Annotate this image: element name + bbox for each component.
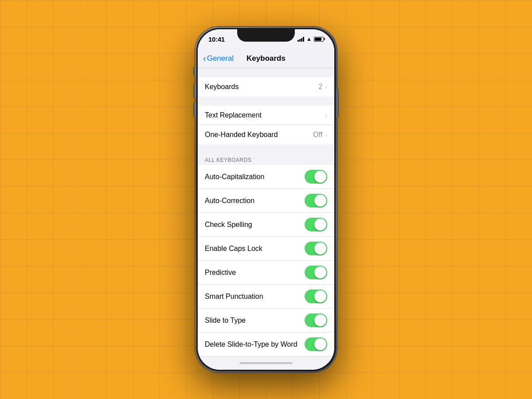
auto-correction-row[interactable]: Auto-Correction [198,189,334,213]
one-handed-keyboard-row[interactable]: One-Handed Keyboard Off › [198,125,334,145]
phone-inner: 10:41 ▲ ‹ [196,28,336,371]
keyboards-chevron-icon: › [325,83,327,90]
keyboards-row[interactable]: Keyboards 2 › [198,77,334,97]
back-label: General [207,54,234,63]
toggle-knob [314,171,326,183]
auto-capitalization-label: Auto-Capitalization [205,173,264,181]
smart-punctuation-row[interactable]: Smart Punctuation [198,285,334,309]
power-button [337,89,339,117]
one-handed-right: Off › [313,131,327,139]
one-handed-chevron-icon: › [325,131,327,138]
auto-correction-label: Auto-Correction [205,197,254,205]
toggles-section: Auto-Capitalization Auto-Correction [198,165,334,356]
check-spelling-toggle[interactable] [305,218,327,231]
page-title: Keyboards [246,54,286,63]
text-replacement-right: › [325,112,327,119]
check-spelling-label: Check Spelling [205,221,252,229]
spacer-2 [198,145,334,153]
one-handed-value: Off [313,131,322,139]
enable-caps-lock-toggle[interactable] [305,242,327,255]
keyboards-section: Keyboards 2 › [198,77,334,97]
delete-slide-to-type-toggle[interactable] [305,337,327,351]
home-bar [239,362,293,364]
enable-caps-lock-label: Enable Caps Lock [205,245,262,253]
back-chevron-icon: ‹ [203,53,206,63]
delete-slide-to-type-label: Delete Slide-to-Type by Word [205,340,297,348]
status-time: 10:41 [208,35,225,43]
top-spacer [198,68,334,77]
toggle-knob [314,195,326,207]
keyboards-right: 2 › [318,83,327,91]
toggle-knob [314,290,326,302]
back-button[interactable]: ‹ General [203,53,234,63]
home-indicator [198,356,334,370]
toggle-knob [314,266,326,278]
text-replacement-chevron-icon: › [325,112,327,119]
slide-to-type-row[interactable]: Slide to Type [198,309,334,332]
keyboards-value: 2 [318,83,322,91]
toggle-knob [314,314,326,326]
predictive-row[interactable]: Predictive [198,261,334,285]
delete-slide-to-type-row[interactable]: Delete Slide-to-Type by Word [198,332,334,356]
text-options-section: Text Replacement › One-Handed Keyboard O… [198,106,334,145]
navigation-bar: ‹ General Keyboards [198,49,334,68]
slide-to-type-toggle[interactable] [305,313,327,327]
toggle-knob [314,219,326,231]
predictive-toggle[interactable] [305,266,327,279]
smart-punctuation-toggle[interactable] [305,289,327,303]
status-icons: ▲ [297,36,324,42]
auto-correction-toggle[interactable] [305,194,327,207]
settings-content[interactable]: Keyboards 2 › Text Replacement › [198,68,334,356]
slide-to-type-label: Slide to Type [205,317,246,325]
volume-up-button [193,84,195,98]
text-replacement-label: Text Replacement [205,111,262,119]
auto-capitalization-toggle[interactable] [305,170,327,184]
text-replacement-row[interactable]: Text Replacement › [198,106,334,125]
toggle-knob [314,243,326,254]
check-spelling-row[interactable]: Check Spelling [198,213,334,237]
volume-down-button [193,103,195,117]
signal-icon [297,36,304,42]
predictive-label: Predictive [205,269,236,277]
notch [237,29,295,42]
battery-fill [315,38,321,41]
keyboards-label: Keyboards [205,83,239,91]
wifi-icon: ▲ [306,36,312,42]
status-bar: 10:41 ▲ [198,29,334,49]
battery-icon [314,37,324,42]
phone-screen: 10:41 ▲ ‹ [198,29,334,370]
silent-switch [193,66,195,76]
auto-capitalization-row[interactable]: Auto-Capitalization [198,165,334,189]
one-handed-label: One-Handed Keyboard [205,131,278,139]
all-keyboards-header: ALL KEYBOARDS [198,153,334,165]
phone-frame: 10:41 ▲ ‹ [195,27,337,372]
enable-caps-lock-row[interactable]: Enable Caps Lock [198,237,334,261]
toggle-knob [314,338,326,350]
spacer-1 [198,97,334,106]
smart-punctuation-label: Smart Punctuation [205,293,263,301]
